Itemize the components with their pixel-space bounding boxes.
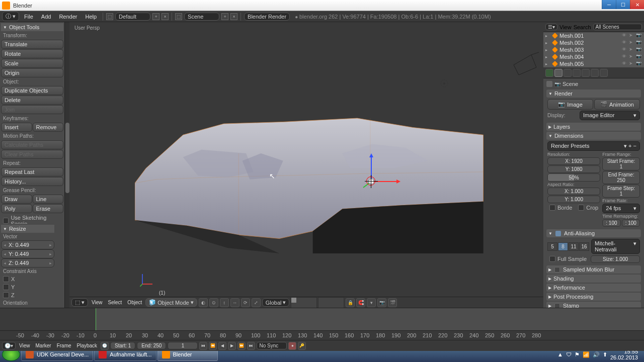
render-anim[interactable]: 🎬 — [388, 298, 397, 307]
render-engine[interactable]: Blender Render — [244, 13, 290, 21]
menu-add[interactable]: Add — [38, 13, 54, 21]
viewport-shading[interactable]: ◐ — [199, 298, 208, 307]
stamp-panel-header[interactable]: ▶Stamp — [546, 302, 641, 308]
render-panel-header[interactable]: ▼Render — [546, 89, 641, 98]
aa-5[interactable]: 5 — [547, 242, 557, 251]
outliner-item[interactable]: ▸Mesh.001👁➤📷 — [543, 32, 644, 39]
duplicate-button[interactable]: Duplicate Objects — [1, 86, 63, 95]
insert-keyframe-button[interactable]: Insert — [1, 123, 32, 132]
select-menu[interactable]: Select — [106, 299, 124, 306]
constraint-x[interactable]: X — [1, 275, 54, 283]
resize-y[interactable]: Y: 0.449 — [1, 249, 54, 258]
auto-keyframe[interactable]: ● — [288, 342, 296, 350]
aa-filter[interactable]: Mitchell-Netravali▾ — [591, 239, 640, 254]
menu-render[interactable]: Render — [56, 13, 80, 21]
menu-file[interactable]: File — [21, 13, 36, 21]
close-button[interactable]: ✕ — [630, 0, 644, 9]
tray-up-icon[interactable]: ▲ — [557, 351, 563, 357]
start-frame[interactable]: Start Frame: 1 — [602, 157, 640, 170]
jump-end[interactable]: ⏭ — [247, 342, 255, 350]
timeline-editor-type[interactable]: 🕐▾ — [2, 342, 16, 349]
tab-world[interactable] — [564, 69, 572, 77]
outliner-item[interactable]: ▸Mesh.002👁➤📷 — [543, 39, 644, 46]
outliner-view[interactable]: View — [559, 24, 572, 30]
layers-panel-header[interactable]: ▶Layers — [546, 123, 641, 131]
gp-line-button[interactable]: Line — [33, 195, 64, 204]
play[interactable]: ▶ — [228, 342, 236, 350]
lamp-object[interactable] — [439, 78, 449, 88]
outliner-item[interactable]: ▸Mesh.003👁➤📷 — [543, 46, 644, 53]
constraint-z[interactable]: Z — [1, 291, 54, 299]
full-sample-checkbox[interactable]: Full Sample — [547, 255, 589, 263]
aspect-x[interactable]: X: 1.000 — [547, 188, 600, 195]
tab-render[interactable] — [545, 69, 553, 77]
render-preview[interactable]: 📷 — [377, 298, 386, 307]
use-preview-range[interactable]: 🕐 — [101, 342, 109, 350]
tl-marker-menu[interactable]: Marker — [34, 342, 53, 349]
scene-name[interactable]: Scene — [184, 13, 219, 21]
gp-erase-button[interactable]: Erase — [33, 204, 64, 213]
timeline-track[interactable]: -50-40-30-20-100102030405060708090100110… — [0, 308, 644, 339]
keyframe-prev[interactable]: ⏪ — [209, 342, 217, 350]
resize-header[interactable]: ▼Resize — [1, 225, 54, 233]
crop-checkbox[interactable]: Crop — [576, 204, 600, 212]
manipulator-toggle[interactable]: ↕ — [220, 298, 229, 307]
border-checkbox[interactable]: Borde — [547, 204, 574, 212]
res-percentage[interactable]: 50% — [547, 173, 600, 182]
resize-x[interactable]: X: 0.449 — [1, 240, 54, 249]
outliner-search[interactable]: Search — [574, 24, 591, 30]
keyframe-next[interactable]: ⏩ — [237, 342, 246, 350]
manipulator-translate[interactable]: ↔ — [230, 298, 239, 307]
keying-set[interactable]: 🔑 — [298, 342, 306, 350]
lock-camera[interactable]: 🔒 — [346, 298, 355, 307]
render-image-button[interactable]: 📷 Image — [547, 99, 593, 110]
maximize-button[interactable]: ☐ — [616, 0, 630, 9]
outliner-item[interactable]: ▸Mesh.004👁➤📷 — [543, 53, 644, 60]
aa-8[interactable]: 8 — [558, 242, 568, 251]
menu-help[interactable]: Help — [82, 13, 100, 21]
tray-network-icon[interactable]: 📶 — [583, 351, 590, 358]
aa-11[interactable]: 11 — [569, 242, 579, 251]
aa-panel-header[interactable]: ▼Anti-Aliasing — [546, 229, 641, 237]
end-frame-field[interactable]: End: 250 — [137, 342, 166, 349]
aa-16[interactable]: 16 — [579, 242, 589, 251]
aa-size[interactable]: Size: 1.000 — [591, 255, 640, 263]
mode-dropdown[interactable]: 🧊 Object Mode ▾ — [145, 298, 197, 307]
tab-object[interactable] — [573, 69, 581, 77]
shading-panel-header[interactable]: ▶Shading — [546, 275, 641, 283]
back-button[interactable]: ⬚ — [106, 13, 113, 20]
layer-buttons[interactable] — [291, 297, 344, 308]
join-button[interactable]: Join — [1, 105, 63, 114]
origin-button[interactable]: Origin — [1, 68, 63, 77]
start-frame-field[interactable]: Start: 1 — [110, 342, 135, 349]
remap-new[interactable]: : 100 — [622, 219, 640, 227]
outliner-tree[interactable]: ▸Mesh.001👁➤📷▸Mesh.002👁➤📷▸Mesh.003👁➤📷▸Mes… — [543, 32, 644, 67]
scene-remove[interactable]: × — [230, 13, 237, 20]
scene-add[interactable]: + — [221, 13, 228, 20]
render-presets[interactable]: Render Presets▾ + − — [547, 141, 640, 151]
layout-add[interactable]: + — [152, 13, 159, 20]
gp-poly-button[interactable]: Poly — [1, 204, 32, 213]
render-animation-button[interactable]: 🎬 Animation — [594, 99, 640, 110]
tab-data[interactable] — [600, 69, 608, 77]
remove-keyframe-button[interactable]: Remove — [33, 123, 64, 132]
postproc-panel-header[interactable]: ▶Post Processing — [546, 293, 641, 301]
tl-frame-menu[interactable]: Frame — [55, 342, 73, 349]
fps-dropdown[interactable]: 24 fps▾ — [602, 204, 640, 213]
object-tools-header[interactable]: ▼Object Tools — [1, 23, 63, 31]
tl-playback-menu[interactable]: Playback — [75, 342, 100, 349]
layout-remove[interactable]: × — [162, 13, 169, 20]
view-menu[interactable]: View — [90, 299, 105, 306]
manipulator-rotate[interactable]: ⟳ — [241, 298, 250, 307]
tray-icon[interactable]: ⬆ — [603, 351, 607, 358]
transform-gizmo[interactable] — [361, 150, 401, 191]
minimize-button[interactable]: ─ — [602, 0, 616, 9]
snap-toggle[interactable]: 🧲 — [356, 298, 365, 307]
constraint-y[interactable]: Y — [1, 283, 54, 291]
rotate-button[interactable]: Rotate — [1, 49, 63, 58]
screen-layout[interactable]: Default — [115, 13, 150, 21]
current-frame-field[interactable]: 1 — [168, 342, 198, 349]
orientation-dropdown[interactable]: Global ▾ — [262, 298, 290, 307]
scale-button[interactable]: Scale — [1, 59, 63, 68]
editor-type-dropdown[interactable]: ⓘ ▾ — [2, 12, 19, 21]
